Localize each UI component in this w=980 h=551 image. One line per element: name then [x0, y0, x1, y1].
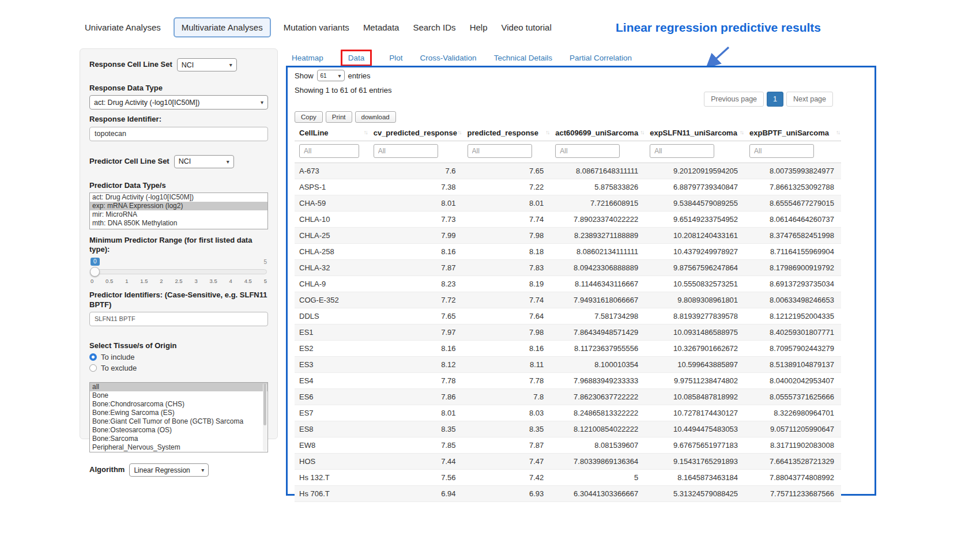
cell-value: 10.599643885897	[645, 357, 745, 373]
min-range-slider[interactable]: 0 5 00.511.522.533.544.55	[91, 258, 267, 286]
tab-cross-validation[interactable]: Cross-Validation	[420, 54, 477, 62]
previous-page-button[interactable]: Previous page	[704, 92, 764, 107]
predictor-cell-line-set-select[interactable]: NCI ▾	[174, 155, 234, 168]
option-bone-osteosarcoma-os[interactable]: Bone:Osteosarcoma (OS)	[90, 426, 267, 435]
filter-input-expbptf-unisarcoma[interactable]	[749, 144, 814, 158]
cell-value: 7.73	[369, 212, 463, 228]
response-data-type-select[interactable]: act: Drug Activity (-log10[IC50M]) ▾	[89, 95, 268, 110]
predictor-identifiers-input[interactable]	[89, 312, 268, 326]
sort-icon[interactable]: ↑↓	[364, 129, 367, 135]
nav-item-help[interactable]: Help	[469, 18, 489, 37]
download-button[interactable]: download	[355, 111, 396, 123]
option-peripheral-nervous-system[interactable]: Peripheral_Nervous_System	[90, 443, 267, 452]
cell-value: 9.97511238474802	[645, 373, 745, 389]
filter-input-expslfn11-unisarcoma[interactable]	[650, 144, 714, 158]
table-row: ES17.977.987.8643494857142910.0931486588…	[295, 324, 841, 341]
radio-to-include[interactable]: To include	[89, 353, 268, 361]
tab-plot[interactable]: Plot	[389, 54, 402, 62]
option-bone-sarcoma[interactable]: Bone:Sarcoma	[90, 435, 267, 443]
cell-value: 8.09423306888889	[551, 260, 645, 276]
slider-track[interactable]	[91, 269, 267, 274]
select-value: NCI	[182, 61, 194, 69]
cell-value: 7.56	[369, 470, 463, 486]
filter-cell	[645, 141, 745, 163]
show-label: Show	[295, 71, 314, 80]
option-mir-microrna[interactable]: mir: MicroRNA	[90, 210, 267, 219]
option-bone-chondrosarcoma-chs[interactable]: Bone:Chondrosarcoma (CHS)	[90, 400, 267, 409]
cell-value: 8.23	[369, 276, 463, 292]
option-all[interactable]: all	[90, 383, 267, 391]
option-bone-ewing-sarcoma-es[interactable]: Bone:Ewing Sarcoma (ES)	[90, 409, 267, 417]
sort-icon[interactable]: ↑↓	[740, 129, 743, 135]
nav-item-multivariate-analyses[interactable]: Multivariate Analyses	[174, 17, 271, 37]
cell-value: 7.86	[369, 389, 463, 405]
nav-item-univariate-analyses[interactable]: Univariate Analyses	[84, 18, 162, 37]
column-header-expslfn11-unisarcoma[interactable]: expSLFN11_uniSarcoma↑↓	[645, 125, 745, 141]
column-header-predicted-response[interactable]: predicted_response↑↓	[463, 125, 551, 141]
cell-value: 5.875833826	[551, 179, 645, 195]
cell-line: Hs 132.T	[295, 470, 369, 486]
nav-item-video-tutorial[interactable]: Video tutorial	[500, 18, 552, 37]
option-exp-mrna-expression-log2[interactable]: exp: mRNA Expression (log2)	[90, 202, 267, 210]
cell-value: 9.05711205990647	[745, 421, 841, 437]
option-bone[interactable]: Bone	[90, 391, 267, 400]
cell-value: 7.65	[369, 308, 463, 324]
filter-input-cellline[interactable]	[299, 144, 359, 158]
column-header-expbptf-unisarcoma[interactable]: expBPTF_uniSarcoma↑↓	[745, 125, 841, 141]
current-page-button[interactable]: 1	[767, 92, 783, 107]
column-header-cv-predicted-response[interactable]: cv_predicted_response↑↓	[369, 125, 463, 141]
copy-button[interactable]: Copy	[295, 111, 323, 123]
cell-line: ASPS-1	[295, 179, 369, 195]
cell-value: 10.5550832573251	[645, 276, 745, 292]
cell-value: 7.64	[463, 308, 551, 324]
cell-line: CHLA-258	[295, 244, 369, 260]
filter-input-cv-predicted-response[interactable]	[374, 144, 438, 158]
nav-item-search-ids[interactable]: Search IDs	[412, 18, 457, 37]
table-row: CHLA-257.997.988.2389327118888910.208124…	[295, 228, 841, 244]
filter-input-act609699-unisarcoma[interactable]	[555, 144, 620, 158]
column-header-act609699-unisarcoma[interactable]: act609699_uniSarcoma↑↓	[551, 125, 645, 141]
scrollbar[interactable]	[263, 383, 267, 451]
showing-entries-text: Showing 1 to 61 of 61 entries	[295, 86, 391, 95]
cell-line: EW8	[295, 437, 369, 454]
algorithm-select[interactable]: Linear Regression ▾	[129, 463, 209, 477]
cell-value: 8.23893271188889	[551, 228, 645, 244]
cell-value: 8.06146464260737	[745, 212, 841, 228]
cell-value: 8.12100854022222	[551, 421, 645, 437]
sort-icon[interactable]: ↑↓	[640, 129, 643, 135]
cell-value: 7.86230637722222	[551, 389, 645, 405]
response-identifier-input[interactable]	[89, 127, 268, 141]
sort-icon[interactable]: ↑↓	[458, 129, 461, 135]
cell-value: 7.8	[463, 389, 551, 405]
tab-partial-correlation[interactable]: Partial Correlation	[570, 54, 632, 62]
next-page-button[interactable]: Next page	[786, 92, 833, 107]
cell-value: 8.65554677279015	[745, 195, 841, 212]
column-header-cellline[interactable]: CellLine↑↓	[295, 125, 369, 141]
sort-icon[interactable]: ↑↓	[836, 129, 839, 135]
nav-item-metadata[interactable]: Metadata	[362, 18, 401, 37]
option-mth-dna-850k-methylation[interactable]: mth: DNA 850K Methylation	[90, 219, 267, 228]
cell-line: HOS	[295, 454, 369, 470]
print-button[interactable]: Print	[326, 111, 352, 123]
sort-icon[interactable]: ↑↓	[545, 129, 549, 135]
radio-to-exclude[interactable]: To exclude	[89, 364, 268, 372]
filter-input-predicted-response[interactable]	[468, 144, 532, 158]
scrollbar-thumb[interactable]	[263, 383, 266, 425]
data-table-wrap: CellLine↑↓cv_predicted_response↑↓predict…	[295, 125, 841, 502]
column-header-label: act609699_uniSarcoma	[555, 129, 638, 137]
slider-handle[interactable]	[90, 267, 100, 277]
cell-value: 6.88797739340847	[645, 179, 745, 195]
tab-technical-details[interactable]: Technical Details	[494, 54, 552, 62]
option-act-drug-activity-log10-ic50m[interactable]: act: Drug Activity (-log10[IC50M])	[90, 193, 267, 202]
predictor-cell-line-set-label: Predictor Cell Line Set	[89, 157, 169, 166]
slider-ticks: 00.511.522.533.544.55	[91, 278, 267, 284]
cell-value: 7.47	[463, 454, 551, 470]
entries-select[interactable]: 61 ▾	[317, 70, 345, 81]
table-row: CHLA-107.737.747.890233740222229.6514923…	[295, 212, 841, 228]
tab-data[interactable]: Data	[341, 50, 372, 66]
response-cell-line-set-select[interactable]: NCI ▾	[177, 58, 237, 71]
table-row: ES47.787.787.968839492333339.97511238474…	[295, 373, 841, 389]
nav-item-mutation-variants[interactable]: Mutation variants	[282, 18, 350, 37]
option-bone-giant-cell-tumor-of-bone-gctb-sarcoma[interactable]: Bone:Giant Cell Tumor of Bone (GCTB) Sar…	[90, 417, 267, 426]
tab-heatmap[interactable]: Heatmap	[292, 54, 323, 62]
